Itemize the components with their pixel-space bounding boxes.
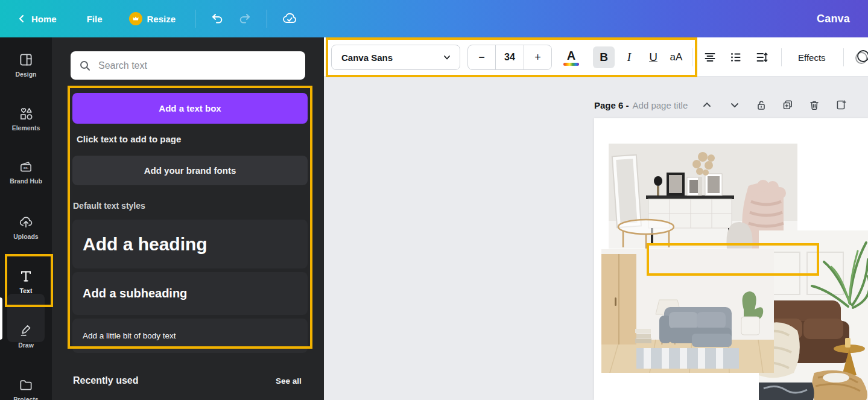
canva-editor: Home File Resize Canva: [0, 0, 868, 400]
sidebar-item-label: Elements: [12, 124, 40, 132]
transparency-button[interactable]: [852, 46, 868, 68]
resize-button[interactable]: Resize: [129, 12, 176, 25]
toolbar-separator: [781, 48, 782, 66]
sidebar-item-label: Brand Hub: [10, 177, 42, 185]
font-family-value: Canva Sans: [341, 52, 393, 63]
text-color-letter: A: [567, 49, 575, 62]
sidebar-item-label: Design: [15, 71, 36, 78]
file-label: File: [87, 14, 103, 24]
duplicate-page-button[interactable]: [778, 97, 797, 113]
text-panel: Add a text box Click text to add to page…: [52, 37, 324, 400]
home-button[interactable]: Home: [17, 14, 57, 24]
svg-text:co.: co.: [24, 166, 29, 170]
crown-icon: [129, 12, 142, 25]
canva-wordmark: Canva: [817, 13, 850, 25]
effects-button[interactable]: Effects: [790, 46, 834, 68]
add-text-box-button[interactable]: Add a text box: [72, 93, 308, 124]
search-icon: [79, 60, 91, 72]
sidebar-item-text[interactable]: Text: [0, 268, 52, 294]
chevron-down-icon: [443, 53, 451, 62]
canvas-image-leather-sofa[interactable]: [759, 230, 868, 400]
design-icon: [18, 52, 34, 68]
canvas-area: Page 6 - Add page title: [324, 77, 868, 400]
bullet-list-button[interactable]: [725, 46, 747, 68]
click-text-hint: Click text to add to page: [77, 134, 181, 144]
brand-hub-icon: co.: [18, 159, 34, 174]
home-label: Home: [31, 14, 57, 24]
toolbar-separator: [843, 48, 844, 66]
letter-case-button[interactable]: aA: [665, 46, 687, 68]
add-brand-fonts-label: Add your brand fonts: [144, 165, 236, 176]
style-card-heading[interactable]: Add a heading: [72, 220, 308, 268]
underline-button[interactable]: U: [642, 46, 664, 68]
sidebar-item-label: Projects: [13, 396, 38, 400]
see-all-link[interactable]: See all: [276, 376, 302, 386]
sidebar-item-design[interactable]: Design: [0, 52, 52, 78]
sidebar-item-label: Draw: [18, 341, 34, 349]
subheading-style-label: Add a subheading: [83, 287, 187, 300]
canvas-image-gray-sofa-room[interactable]: [601, 249, 774, 373]
heading-style-label: Add a heading: [83, 234, 207, 255]
line-spacing-button[interactable]: [751, 46, 773, 68]
sidebar-item-draw[interactable]: Draw: [0, 323, 52, 349]
font-size-increase-button[interactable]: +: [524, 45, 551, 69]
elements-icon: [18, 106, 34, 121]
projects-icon: [18, 377, 34, 393]
font-size-decrease-button[interactable]: −: [468, 45, 496, 69]
style-card-subheading[interactable]: Add a subheading: [72, 272, 308, 315]
bold-button[interactable]: B: [593, 46, 615, 68]
text-icon: [18, 268, 34, 284]
file-button[interactable]: File: [87, 14, 103, 24]
undo-button[interactable]: [207, 9, 227, 28]
resize-label: Resize: [147, 14, 176, 24]
uploads-icon: [18, 214, 34, 230]
sidebar-rail: Design Elements co. Brand: [0, 37, 52, 400]
top-bar: Home File Resize Canva: [0, 0, 868, 37]
default-text-styles-label: Default text styles: [73, 201, 145, 211]
draw-icon: [18, 323, 34, 338]
font-family-select[interactable]: Canva Sans: [331, 45, 460, 70]
sidebar-item-projects[interactable]: Projects: [0, 377, 52, 400]
move-page-down-button[interactable]: [725, 97, 744, 113]
search-input[interactable]: [97, 60, 297, 72]
recently-used-label: Recently used: [73, 375, 138, 386]
sidebar-item-brand-hub[interactable]: co. Brand Hub: [0, 159, 52, 185]
cloud-save-icon[interactable]: [279, 8, 300, 29]
font-size-input[interactable]: [496, 45, 524, 69]
back-chevron-icon: [17, 14, 27, 24]
add-brand-fonts-button[interactable]: Add your brand fonts: [72, 156, 308, 185]
text-format-toolbar: Canva Sans − + A B I U aA Effect: [324, 37, 868, 77]
font-size-stepper: − +: [467, 45, 552, 70]
style-card-body-text[interactable]: Add a little bit of body text: [72, 319, 308, 353]
design-page[interactable]: Add a subheading: [594, 118, 868, 400]
move-page-up-button[interactable]: [697, 97, 717, 113]
add-page-button[interactable]: [831, 97, 851, 113]
text-color-button[interactable]: A: [560, 46, 582, 68]
search-box[interactable]: [71, 51, 305, 80]
delete-page-button[interactable]: [805, 97, 824, 113]
sidebar-item-label: Text: [20, 287, 33, 294]
lock-page-button[interactable]: [752, 97, 771, 113]
sidebar-item-label: Uploads: [13, 233, 38, 240]
page-title-input[interactable]: Add page title: [633, 100, 688, 110]
page-header: Page 6 - Add page title: [594, 97, 851, 113]
topbar-separator: [267, 10, 267, 28]
sidebar-item-elements[interactable]: Elements: [0, 106, 52, 132]
italic-button[interactable]: I: [618, 46, 640, 68]
text-align-button[interactable]: [699, 46, 721, 68]
sidebar-item-uploads[interactable]: Uploads: [0, 214, 52, 240]
body-text-style-label: Add a little bit of body text: [83, 331, 176, 340]
add-text-box-label: Add a text box: [159, 103, 221, 113]
rainbow-color-bar: [563, 63, 579, 66]
page-number-label: Page 6 -: [594, 100, 629, 110]
redo-button[interactable]: [235, 9, 255, 28]
topbar-separator: [195, 10, 195, 28]
toolbar-separator: [692, 48, 692, 66]
